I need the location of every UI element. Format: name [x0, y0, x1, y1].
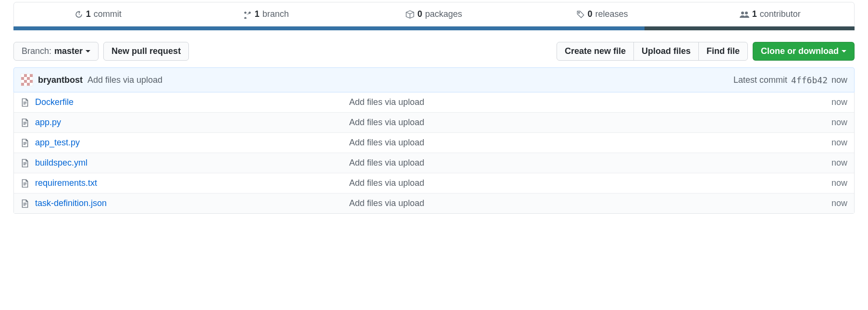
file-icon [21, 98, 29, 107]
file-time: now [831, 198, 847, 208]
file-list: DockerfileAdd files via uploadnowapp.pyA… [13, 92, 855, 214]
file-row: buildspec.ymlAdd files via uploadnow [14, 153, 854, 173]
file-toolbar: Branch: master New pull request Create n… [13, 42, 855, 61]
releases-label: releases [595, 9, 628, 19]
file-icon [21, 199, 29, 208]
file-name-link[interactable]: app.py [35, 117, 349, 128]
create-new-file-button[interactable]: Create new file [557, 42, 634, 61]
file-commit-message[interactable]: Add files via upload [349, 97, 831, 107]
file-icon [21, 118, 29, 127]
file-commit-message[interactable]: Add files via upload [349, 198, 831, 208]
commit-sha[interactable]: 4ff6b42 [791, 75, 828, 85]
releases-count: 0 [588, 9, 593, 19]
svg-point-2 [745, 12, 748, 14]
packages-label: packages [425, 9, 462, 19]
branches-stat[interactable]: 1 branch [182, 2, 350, 26]
package-icon [406, 10, 414, 19]
file-commit-message[interactable]: Add files via upload [349, 178, 831, 188]
commits-label: commit [94, 9, 122, 19]
branches-label: branch [262, 9, 289, 19]
latest-commit-bar: bryantbost Add files via upload Latest c… [13, 67, 855, 92]
file-commit-message[interactable]: Add files via upload [349, 138, 831, 148]
branch-name: master [54, 46, 83, 56]
branch-icon [243, 10, 252, 19]
file-row: DockerfileAdd files via uploadnow [14, 92, 854, 112]
clone-download-button[interactable]: Clone or download [753, 42, 855, 61]
chevron-down-icon [842, 50, 846, 55]
file-commit-message[interactable]: Add files via upload [349, 158, 831, 168]
contributors-label: contributor [760, 9, 801, 19]
chevron-down-icon [86, 50, 90, 55]
clone-label: Clone or download [761, 46, 839, 56]
latest-commit-label: Latest commit [733, 75, 787, 85]
svg-point-0 [578, 12, 579, 13]
file-name-link[interactable]: task-definition.json [35, 198, 349, 208]
people-icon [740, 10, 749, 19]
file-actions-group: Create new file Upload files Find file [557, 42, 748, 61]
file-name-link[interactable]: requirements.txt [35, 178, 349, 188]
contributors-count: 1 [752, 9, 757, 19]
file-row: requirements.txtAdd files via uploadnow [14, 173, 854, 193]
releases-stat[interactable]: 0 releases [518, 2, 686, 26]
branches-count: 1 [255, 9, 260, 19]
file-row: app_test.pyAdd files via uploadnow [14, 132, 854, 153]
commit-author[interactable]: bryantbost [38, 75, 83, 85]
svg-point-1 [741, 12, 744, 14]
file-name-link[interactable]: Dockerfile [35, 97, 349, 107]
language-bar-segment [645, 26, 855, 30]
commit-time: now [831, 75, 847, 85]
file-time: now [831, 97, 847, 107]
repo-stats-bar: 1 commit 1 branch 0 packages 0 releases … [13, 2, 855, 26]
avatar[interactable] [21, 74, 33, 86]
packages-count: 0 [417, 9, 422, 19]
file-icon [21, 159, 29, 168]
file-time: now [831, 138, 847, 148]
commit-message[interactable]: Add files via upload [87, 75, 162, 85]
file-row: task-definition.jsonAdd files via upload… [14, 193, 854, 213]
file-row: app.pyAdd files via uploadnow [14, 112, 854, 132]
contributors-stat[interactable]: 1 contributor [686, 2, 854, 26]
find-file-button[interactable]: Find file [698, 42, 748, 61]
commits-count: 1 [86, 9, 91, 19]
packages-stat[interactable]: 0 packages [350, 2, 518, 26]
file-commit-message[interactable]: Add files via upload [349, 117, 831, 128]
commits-stat[interactable]: 1 commit [14, 2, 182, 26]
branch-select-button[interactable]: Branch: master [13, 42, 99, 61]
file-time: now [831, 117, 847, 128]
file-name-link[interactable]: app_test.py [35, 138, 349, 148]
language-bar-segment [13, 26, 645, 30]
upload-files-button[interactable]: Upload files [633, 42, 699, 61]
language-bar [13, 26, 855, 30]
history-icon [74, 10, 83, 19]
new-pull-request-button[interactable]: New pull request [103, 42, 189, 61]
branch-prefix: Branch: [22, 46, 51, 56]
file-time: now [831, 158, 847, 168]
file-icon [21, 179, 29, 188]
file-time: now [831, 178, 847, 188]
file-name-link[interactable]: buildspec.yml [35, 158, 349, 168]
tag-icon [576, 10, 585, 19]
file-icon [21, 139, 29, 147]
